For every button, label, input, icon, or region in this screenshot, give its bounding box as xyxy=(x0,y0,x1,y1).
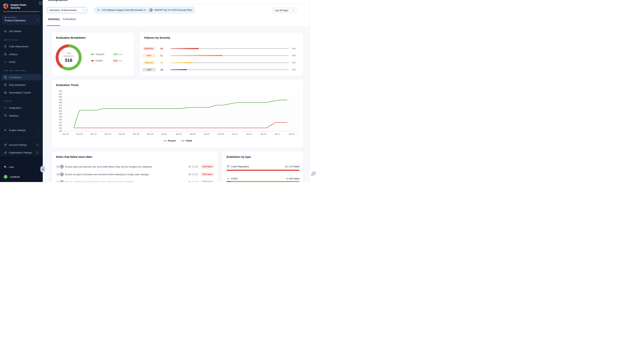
sidebar-section-supply-chain: SUPPLY CHAIN xyxy=(4,39,18,41)
tab-summary[interactable]: Summary xyxy=(48,18,60,20)
svg-text:</>: </> xyxy=(5,46,6,47)
chat-widget-icon[interactable] xyxy=(311,171,316,176)
sidebar-item-label: Rule Definitions xyxy=(9,84,26,86)
rule-source-icons: CIS xyxy=(56,172,65,176)
failed-label: Failed xyxy=(96,59,107,62)
sidebar-item-project-settings[interactable]: ⚙ Project Settings › xyxy=(2,127,41,133)
sidebar-item-account-settings[interactable]: Account Settings i xyxy=(2,142,41,148)
svg-text:Jan 15: Jan 15 xyxy=(260,133,266,135)
card-title: Evalutions by type xyxy=(227,155,251,158)
org-gear-icon xyxy=(4,151,7,154)
passed-line-swatch xyxy=(163,140,167,141)
sidebar-item-label: Account Settings xyxy=(9,144,27,146)
severity-badge: LOW xyxy=(142,68,156,72)
app-switcher-grid-icon[interactable] xyxy=(39,2,42,5)
type-status: 4 / 66 Failed xyxy=(286,177,299,180)
sidebar-item-cicd[interactable]: ∞ CI/CD xyxy=(2,59,41,65)
sidebar-item-label: Artifacts xyxy=(9,53,18,56)
info-icon[interactable]: i xyxy=(36,152,39,154)
sidebar-item-artifacts[interactable]: Artifacts xyxy=(2,51,41,57)
rules-failed-card: Rules that failed most often CIS Ensure … xyxy=(52,152,218,182)
benchmark-chip-label: OWASP Top 10 CI/CD Security Risks xyxy=(154,9,192,11)
svg-text:180: 180 xyxy=(59,130,62,132)
svg-text:Jan 19: Jan 19 xyxy=(288,133,294,135)
type-status: 10 / 10 Failed xyxy=(285,165,299,168)
sidebar-user[interactable]: L Lavakush xyxy=(2,174,41,180)
svg-text:290: 290 xyxy=(59,98,62,101)
severity-row-low: LOW 29 14% xyxy=(142,68,301,72)
rule-row[interactable]: CIS Ensure all open comments are resolve… xyxy=(56,172,214,177)
sidebar-item-integrations[interactable]: Integrations xyxy=(2,105,41,111)
sidebar-item-pipelines[interactable]: Pipelines xyxy=(2,112,41,119)
sidebar-item-organization-settings[interactable]: Organization Settings i xyxy=(2,150,41,156)
severity-count: 29 xyxy=(158,68,168,71)
owasp-logo-icon xyxy=(149,8,153,12)
svg-text:250: 250 xyxy=(59,110,62,112)
severity-badge: HIGH xyxy=(142,54,156,57)
document-search-icon xyxy=(4,76,7,79)
svg-text:Jan 13: Jan 13 xyxy=(246,133,252,135)
sidebar-item-label: Compliance xyxy=(9,76,22,79)
infinity-icon: ∞ xyxy=(227,177,230,180)
sidebar-bottom-panel: ? Help L Lavakush xyxy=(0,157,43,182)
svg-text:Dec 22: Dec 22 xyxy=(90,133,97,135)
svg-text:280: 280 xyxy=(59,101,62,104)
svg-text:230: 230 xyxy=(59,116,62,118)
rule-row[interactable]: CIS Ensure verifying signed commits of n… xyxy=(56,180,214,182)
evaluations-by-type-card: Evalutions by type </> Code Repository 1… xyxy=(222,152,303,182)
rule-row[interactable]: CIS Ensure open git branches are up to d… xyxy=(56,164,214,169)
sidebar-item-label: Organization Settings xyxy=(9,151,32,154)
legend-row-passed: Passed 306 rules xyxy=(91,52,131,56)
passed-marker xyxy=(91,54,94,55)
sidebar-item-label: Pipelines xyxy=(9,114,19,117)
svg-text:?: ? xyxy=(5,166,5,167)
failed-line-swatch xyxy=(181,140,184,141)
type-bar-code-repository xyxy=(227,170,299,171)
rule-id: Id: 1.1.11 xyxy=(189,173,201,176)
standards-filter-dropdown[interactable]: Standards: All Benchmarks xyxy=(47,7,87,13)
info-icon[interactable]: i xyxy=(36,144,39,146)
main-content: Compliance Standards: All Benchmarks CIS… xyxy=(43,0,309,182)
shield-logo-icon xyxy=(3,3,9,9)
rule-id: Id: 1.1.10 xyxy=(189,165,201,168)
svg-text:CIS: CIS xyxy=(58,166,60,167)
rule-text: Ensure open git branches are up to date … xyxy=(65,165,189,168)
sidebar-item-help[interactable]: ? Help xyxy=(2,164,41,170)
share-nodes-icon xyxy=(4,106,7,110)
svg-text:220: 220 xyxy=(59,118,62,120)
project-selector[interactable]: PROJECT Product Exploratory › xyxy=(3,15,40,24)
severity-count: 50 xyxy=(158,47,168,50)
failures-by-severity-card: Failures by Severity CRITICAL 50 24% HIG… xyxy=(140,32,303,76)
evaluation-trend-chart: 1801902002102202302402502602702802903003… xyxy=(56,88,299,137)
passed-label: Passed xyxy=(96,53,107,56)
type-label: CI/CD xyxy=(231,177,238,180)
header-divider xyxy=(43,4,309,4)
repository-icon: </> xyxy=(227,165,230,168)
severity-percent: 24% xyxy=(292,48,301,50)
svg-text:310: 310 xyxy=(59,93,62,95)
sidebar-collapse-handle[interactable]: ◀ xyxy=(40,166,45,172)
severity-percent: 14% xyxy=(292,68,301,71)
svg-text:Dec 18: Dec 18 xyxy=(62,133,68,135)
sidebar-item-compliance[interactable]: Compliance xyxy=(2,74,41,80)
chevron-down-icon xyxy=(292,10,294,11)
home-icon xyxy=(4,30,7,33)
svg-text:Dec 30: Dec 30 xyxy=(147,133,153,135)
severity-row-high: HIGH 92 44% xyxy=(142,54,301,58)
cube-icon xyxy=(5,16,7,18)
svg-text:270: 270 xyxy=(59,104,62,106)
benchmark-chip-owasp[interactable]: OWASP Top 10 CI/CD Security Risks xyxy=(146,6,195,14)
tab-evaluations[interactable]: Evaluations xyxy=(63,18,76,20)
trend-legend: Passed Failed xyxy=(52,140,303,142)
compliance-dashboard: Supply Chain Security PROJECT Product Ex… xyxy=(0,0,317,182)
sidebar-item-rule-definitions[interactable]: Rule Definitions xyxy=(2,82,41,88)
sidebar-item-remediation-tracker[interactable]: Remediation Tracker xyxy=(2,90,41,96)
sidebar-item-get-started[interactable]: Get Started xyxy=(2,28,41,34)
sidebar-item-code-repositories[interactable]: </> Code Repositories xyxy=(2,43,41,50)
severity-percent: 44% xyxy=(292,54,301,57)
date-range-dropdown[interactable]: Last 30 Days xyxy=(272,8,297,13)
severity-bar xyxy=(170,48,289,49)
benchmark-chip-cis[interactable]: CIS CIS Software Supply Chain Benchmarks… xyxy=(94,6,150,14)
sidebar-item-label: Remediation Tracker xyxy=(9,91,31,94)
svg-text:300: 300 xyxy=(59,96,62,98)
